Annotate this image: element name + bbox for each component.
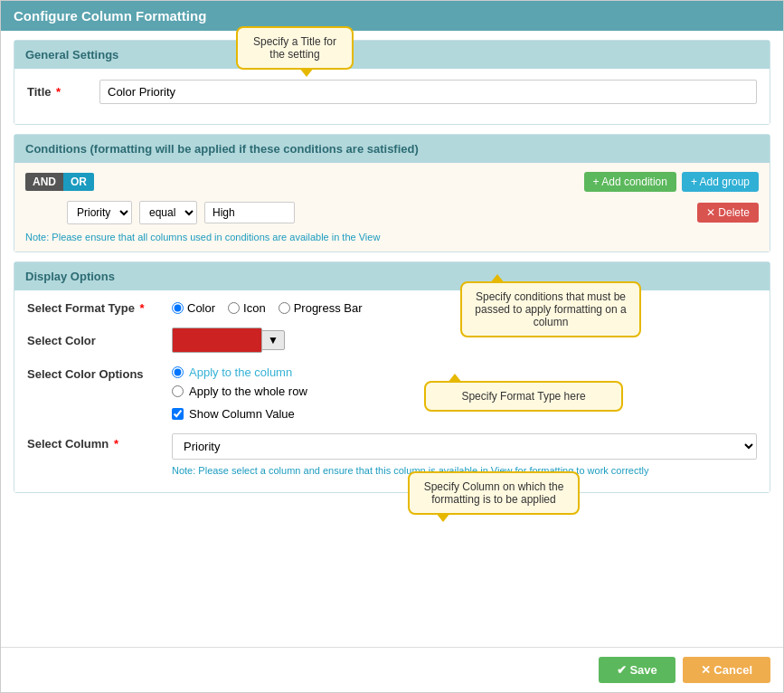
save-button[interactable]: ✔ Save [599, 657, 675, 683]
show-column-value-option[interactable]: Show Column Value [172, 407, 307, 421]
title-label: Title * [27, 85, 99, 99]
format-color-option[interactable]: Color [172, 301, 215, 315]
format-type-label: Select Format Type * [27, 301, 172, 315]
callout-conditions: Specify conditions that must be passed t… [460, 281, 641, 337]
add-condition-button[interactable]: + Add condition [584, 172, 676, 192]
format-progressbar-option[interactable]: Progress Bar [279, 301, 363, 315]
conditions-note: Note: Please ensure that all columns use… [25, 232, 759, 242]
apply-to-row-option[interactable]: Apply to the whole row [172, 384, 307, 398]
general-settings-body: Title * [14, 69, 770, 124]
color-picker-row: ▼ [172, 328, 285, 353]
select-color-row: Select Color ▼ [27, 328, 757, 353]
apply-to-column-option[interactable]: Apply to the column [172, 365, 307, 379]
conditions-toolbar: AND OR + Add condition + Add group [25, 172, 759, 192]
conditions-header: Conditions (formatting will be applied i… [14, 135, 770, 163]
format-icon-option[interactable]: Icon [228, 301, 266, 315]
format-progressbar-radio[interactable] [279, 302, 290, 314]
and-button[interactable]: AND [25, 173, 63, 191]
select-column-label: Select Column * [27, 433, 172, 451]
select-column-dropdown[interactable]: Priority [172, 433, 757, 460]
callout-title: Specify a Title for the setting [236, 26, 354, 70]
configure-dialog: Configure Column Formatting General Sett… [0, 0, 784, 693]
format-type-radio-group: Color Icon Progress Bar [172, 301, 363, 315]
delete-condition-button[interactable]: ✕ Delete [697, 203, 759, 223]
condition-row: Priority equal ✕ Delete [25, 201, 759, 224]
select-column-right: Priority Note: Please select a column an… [172, 433, 757, 476]
add-group-button[interactable]: + Add group [682, 172, 759, 192]
display-header: Display Options [14, 262, 770, 290]
show-column-value-checkbox[interactable] [172, 408, 184, 420]
condition-field-select[interactable]: Priority [67, 201, 132, 224]
title-field-row: Title * [27, 80, 757, 104]
bottom-bar: ✔ Save ✕ Cancel [1, 647, 783, 692]
conditions-actions: + Add condition + Add group [584, 172, 759, 192]
apply-row-radio[interactable] [172, 385, 184, 397]
display-options-section: Display Options Select Format Type * Col… [14, 261, 770, 493]
general-settings-header: General Settings [14, 41, 770, 69]
color-options-row: Select Color Options Apply to the column… [27, 365, 757, 421]
color-options-label: Select Color Options [27, 365, 172, 381]
general-settings-section: General Settings Title * [14, 40, 770, 125]
callout-format-type: Specify Format Type here [424, 381, 623, 412]
color-options-col: Apply to the column Apply to the whole r… [172, 365, 307, 421]
and-or-group: AND OR [25, 173, 94, 191]
format-icon-radio[interactable] [228, 302, 240, 314]
condition-value-input[interactable] [204, 202, 295, 223]
conditions-section: Conditions (formatting will be applied i… [14, 134, 770, 252]
format-color-radio[interactable] [172, 302, 184, 314]
color-dropdown-button[interactable]: ▼ [261, 330, 285, 350]
display-body: Select Format Type * Color Icon Progress… [14, 290, 770, 492]
conditions-body: AND OR + Add condition + Add group Prior… [14, 163, 770, 252]
select-color-label: Select Color [27, 334, 172, 347]
title-required: * [53, 85, 61, 99]
title-input[interactable] [99, 80, 757, 104]
select-column-row: Select Column * Priority Note: Please se… [27, 433, 757, 476]
dialog-title: Configure Column Formatting [1, 1, 783, 31]
color-picker-swatch[interactable] [172, 328, 262, 353]
condition-operator-select[interactable]: equal [139, 201, 197, 224]
apply-column-radio[interactable] [172, 366, 184, 378]
format-type-row: Select Format Type * Color Icon Progress… [27, 301, 757, 315]
callout-column: Specify Column on which the formatting i… [408, 471, 580, 515]
cancel-button[interactable]: ✕ Cancel [683, 657, 770, 683]
or-button[interactable]: OR [63, 173, 94, 191]
